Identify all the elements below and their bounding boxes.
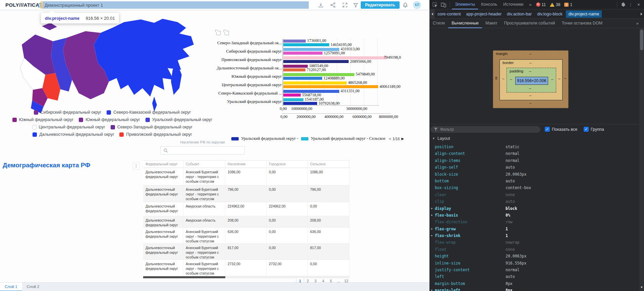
- device-toolbar-icon[interactable]: [440, 1, 448, 9]
- box-model-margin[interactable]: margin – 8 – – border – – – – padding – …: [493, 50, 569, 108]
- chart-bar[interactable]: [283, 85, 378, 88]
- chart-bar[interactable]: [283, 68, 305, 71]
- computed-property-row[interactable]: flex-directionrow: [429, 219, 635, 225]
- legend-next-icon[interactable]: ▶: [401, 137, 404, 140]
- padding-bottom-value[interactable]: –: [529, 86, 531, 90]
- chart-bar[interactable]: [283, 65, 308, 68]
- map-legend-item[interactable]: Приволжский федеральный округ: [119, 132, 192, 137]
- breadcrumb-item[interactable]: div.project-name: [566, 10, 602, 18]
- chart-bar[interactable]: [283, 43, 329, 46]
- computed-property-row[interactable]: align-contentnormal: [429, 150, 635, 157]
- table-row[interactable]: Дальневосточный федеральный округАмурска…: [143, 216, 350, 228]
- chart-bar[interactable]: [283, 77, 322, 80]
- property-expand-icon[interactable]: ▶: [431, 232, 433, 239]
- padding-left-value[interactable]: –: [510, 77, 512, 81]
- table-header-cell[interactable]: Население: [225, 161, 267, 168]
- computed-property-row[interactable]: inline-size916.556px: [429, 260, 635, 267]
- table-row[interactable]: Дальневосточный федеральный округАмурска…: [143, 202, 350, 216]
- computed-property-row[interactable]: clearnone: [429, 191, 635, 198]
- notifications-bell-icon[interactable]: [402, 2, 408, 8]
- inspect-element-icon[interactable]: [431, 1, 439, 9]
- computed-property-row[interactable]: bottomauto: [429, 178, 635, 184]
- breadcrumb-scroll-right[interactable]: [639, 9, 644, 19]
- map-region-islands[interactable]: [42, 23, 57, 30]
- pane-tab[interactable]: Точки останова DOM: [558, 19, 605, 28]
- computed-property-row[interactable]: ▶margin-left8px: [429, 287, 635, 291]
- search-input[interactable]: [160, 146, 245, 155]
- breadcrumb-item[interactable]: core-content: [435, 10, 463, 18]
- show-all-checkbox[interactable]: ✓: [545, 127, 550, 132]
- computed-filter-input[interactable]: Фильтр: [430, 126, 540, 133]
- scrollbar-down-icon[interactable]: ▼: [639, 286, 644, 289]
- box-model-content[interactable]: 916.556×20.006: [515, 77, 548, 85]
- pane-tab[interactable]: Стили: [429, 19, 448, 28]
- fullscreen-icon[interactable]: [342, 2, 348, 8]
- chart-bar[interactable]: [283, 81, 347, 84]
- table-header-cell[interactable]: Субъект: [183, 161, 225, 168]
- devtools-tab[interactable]: Элементы: [452, 0, 478, 9]
- table-row[interactable]: Дальневосточный федеральный округАгински…: [143, 228, 350, 244]
- chart-bar[interactable]: [283, 102, 317, 105]
- pane-tab[interactable]: Вычисленные: [448, 19, 482, 28]
- legend-prev-icon[interactable]: ◀: [388, 137, 391, 140]
- chart-bar[interactable]: [283, 40, 306, 43]
- map-legend-item[interactable]: Уральский федеральный округ: [145, 117, 213, 122]
- computed-property-row[interactable]: margin-bottom0px: [429, 280, 635, 287]
- border-left-value[interactable]: –: [502, 76, 504, 80]
- computed-property-row[interactable]: clipauto: [429, 198, 635, 205]
- layer-tab[interactable]: Слой 2: [22, 283, 44, 291]
- error-badge[interactable]: ✕ 11: [534, 2, 547, 7]
- breadcrumb-item[interactable]: div.action-bar: [504, 10, 534, 18]
- map-legend-item[interactable]: Центральный федеральный округ: [32, 125, 105, 129]
- warning-badge[interactable]: ! 38: [548, 2, 562, 7]
- table-header-cell[interactable]: Городское: [267, 161, 308, 168]
- table-header-cell[interactable]: Сельское: [308, 161, 349, 168]
- chart-bar[interactable]: [283, 98, 303, 101]
- user-avatar[interactable]: КЛ: [413, 1, 421, 9]
- pane-tab[interactable]: Прослушиватели событий: [501, 19, 558, 28]
- layout-section-header[interactable]: ▼ Layout: [432, 136, 450, 141]
- padding-right-value[interactable]: –: [551, 77, 553, 81]
- computed-property-row[interactable]: align-itemsnormal: [429, 157, 635, 164]
- box-model-border[interactable]: border – – – – padding – – – – 916.556×2…: [500, 59, 563, 100]
- chart-bar[interactable]: [283, 60, 349, 63]
- table-header-cell[interactable]: Федеральный округ: [143, 161, 183, 168]
- table-row[interactable]: Дальневосточный федеральный округАгински…: [143, 260, 350, 276]
- pane-more-chevron-icon[interactable]: »: [636, 21, 644, 26]
- computed-property-row[interactable]: ▶flex-shrink1: [429, 232, 635, 239]
- computed-property-row[interactable]: ▶flex-basis0%: [429, 212, 635, 219]
- property-expand-icon[interactable]: ▶: [431, 205, 433, 212]
- devtools-tab[interactable]: Источники: [500, 0, 526, 9]
- chart-legend-item[interactable]: Уральский федеральный округ - Сельское: [301, 136, 386, 141]
- map-legend-item[interactable]: Южный федеральный округ: [12, 117, 74, 122]
- map-legend-item[interactable]: Дальневосточный федеральный округ: [33, 132, 114, 137]
- data-table[interactable]: Федеральный округСубъектНаселениеГородск…: [143, 160, 350, 276]
- chart-bar[interactable]: [283, 94, 301, 97]
- deselect-area-icon[interactable]: [225, 31, 229, 35]
- devtools-menu-kebab-icon[interactable]: ⋮: [627, 1, 635, 9]
- border-right-value[interactable]: –: [558, 76, 560, 80]
- computed-property-row[interactable]: justify-contentnormal: [429, 267, 635, 273]
- margin-right-value[interactable]: –: [564, 76, 566, 80]
- layer-tab[interactable]: Слой 1: [0, 283, 22, 291]
- property-expand-icon[interactable]: ▶: [431, 287, 433, 291]
- computed-property-row[interactable]: floatnone: [429, 246, 635, 253]
- breadcrumb-item[interactable]: div.logo-block: [534, 10, 565, 18]
- issues-badge[interactable]: ! 1: [563, 2, 574, 7]
- table-row[interactable]: Дальневосточный федеральный округАгински…: [143, 168, 350, 185]
- property-expand-icon[interactable]: ▶: [431, 212, 433, 219]
- breadcrumb-scroll-left[interactable]: [429, 9, 435, 19]
- border-bottom-value[interactable]: –: [529, 93, 531, 97]
- computed-property-row[interactable]: box-sizingcontent-box: [429, 184, 635, 191]
- margin-top-value[interactable]: –: [529, 52, 531, 56]
- settings-gear-icon[interactable]: [619, 1, 627, 9]
- margin-bottom-value[interactable]: –: [529, 101, 531, 105]
- group-checkbox[interactable]: ✓: [584, 127, 589, 132]
- more-tabs-chevron-icon[interactable]: »: [527, 2, 533, 7]
- computed-property-row[interactable]: block-size20.0063px: [429, 171, 635, 178]
- map-legend-item[interactable]: Северо-Кавказский федеральный округ: [107, 110, 191, 115]
- computed-property-row[interactable]: positionstatic: [429, 143, 635, 150]
- computed-property-row[interactable]: align-selfauto: [429, 164, 635, 171]
- section-menu-kebab-icon[interactable]: ⋮: [133, 162, 139, 170]
- computed-property-row[interactable]: leftauto: [429, 273, 635, 280]
